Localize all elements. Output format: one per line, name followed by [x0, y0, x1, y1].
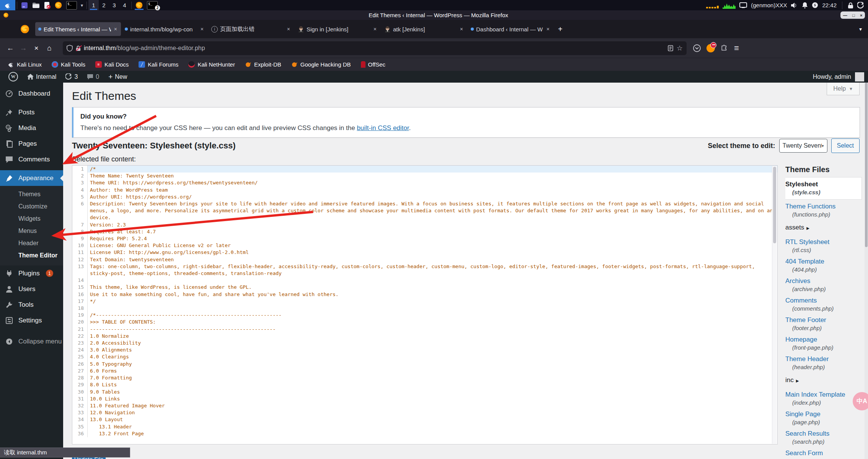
window-controls[interactable]: — □ × [840, 11, 865, 19]
tab-close-icon[interactable]: × [286, 26, 291, 32]
url-bar[interactable]: internal.thm/blog/wp-admin/theme-editor.… [63, 41, 687, 55]
submenu-menus[interactable]: Menus [0, 225, 63, 237]
code-line[interactable]: 15 This theme, like WordPress, is licens… [72, 284, 777, 291]
theme-file-item[interactable]: Archives▶ (archive.php) [785, 277, 862, 294]
bookmark-star-icon[interactable]: ☆ [677, 44, 683, 52]
theme-select-dropdown[interactable]: Twenty Seventeen ▾ [779, 139, 827, 153]
theme-file-item[interactable]: Main Index Template▶ (index.php) [785, 390, 862, 407]
code-line[interactable]: 20 >>> TABLE OF CONTENTS: [72, 319, 777, 326]
submenu-customize[interactable]: Customize [0, 200, 63, 213]
insecure-lock-icon[interactable] [76, 45, 81, 51]
code-line[interactable]: 9 Requires PHP: 5.2.4 [72, 235, 777, 242]
code-line[interactable]: 8 Requires at least: 4.7 [72, 228, 777, 235]
pocket-icon[interactable] [693, 44, 701, 52]
stop-button[interactable]: × [30, 42, 43, 55]
bookmark-ghdb[interactable]: Google Hacking DB [291, 61, 351, 68]
firefox-launcher-button[interactable] [52, 0, 64, 10]
submenu-header[interactable]: Header [0, 237, 63, 249]
window-app-button[interactable] [19, 0, 30, 10]
code-editor[interactable]: 1 /* 2 Theme Name: Twenty Seventeen 3 Th… [72, 165, 778, 444]
code-line[interactable]: 32 11.0 Featured Image Hover [72, 402, 777, 409]
bookmark-kali-forums[interactable]: ╱Kali Forums [139, 61, 178, 68]
browser-tab-jenkins-atk[interactable]: atk [Jenkins] × [381, 22, 467, 36]
code-line[interactable]: 5 Author URI: https://wordpress.org/ [72, 194, 777, 200]
new-tab-button[interactable]: + [554, 25, 566, 34]
url-text[interactable]: internal.thm/blog/wp-admin/theme-editor.… [84, 45, 664, 52]
sidebar-item-settings[interactable]: Settings [0, 313, 63, 328]
sidebar-item-pages[interactable]: Pages [0, 136, 63, 151]
file-manager-button[interactable] [30, 0, 42, 10]
editor-scrollbar-thumb[interactable] [773, 167, 776, 243]
list-all-tabs-icon[interactable]: ▾ [855, 26, 866, 32]
code-line[interactable]: 17 */ [72, 298, 777, 305]
tab-close-icon[interactable]: × [200, 26, 204, 32]
code-line[interactable]: 2 Theme Name: Twenty Seventeen [72, 173, 777, 179]
editor-scrollbar[interactable] [772, 166, 777, 444]
code-line[interactable]: 13 Tags: one-column, two-columns, right-… [72, 263, 777, 277]
sidebar-item-dashboard[interactable]: Dashboard [0, 86, 63, 101]
back-button[interactable]: ← [4, 42, 17, 55]
code-line[interactable]: 29 8.0 Lists [72, 381, 777, 388]
theme-file-item[interactable]: Homepage▶ (front-page.php) [785, 335, 862, 352]
code-line[interactable]: 10 License: GNU General Public License v… [72, 242, 777, 249]
kali-menu-button[interactable] [0, 0, 15, 10]
howdy-account-menu[interactable]: Howdy, admin [813, 73, 851, 80]
clock[interactable]: 22:42 [822, 2, 837, 8]
browser-tab-edit-themes[interactable]: Edit Themes ‹ Internal — W × [35, 22, 121, 36]
code-line[interactable]: 30 9.0 Tables [72, 389, 777, 396]
code-line[interactable]: 14 [72, 277, 777, 284]
tracking-shield-icon[interactable] [67, 45, 73, 52]
taskbar-firefox-window[interactable] [133, 0, 145, 10]
code-line[interactable]: 1 /* [72, 166, 777, 173]
code-line[interactable]: 28 7.0 Formatting [72, 374, 777, 381]
minimize-icon[interactable]: — [843, 13, 847, 18]
theme-file-item[interactable]: Comments▶ (comments.php) [785, 296, 862, 313]
tab-close-icon[interactable]: × [113, 26, 118, 32]
logout-icon[interactable] [857, 2, 864, 9]
wp-logo-menu[interactable]: W [5, 71, 22, 83]
theme-file-item[interactable]: 404 Template▶ (404.php) [785, 257, 862, 274]
theme-file-item[interactable]: Single Page▶ (page.php) [785, 410, 862, 427]
bookmark-exploit-db[interactable]: Exploit-DB [245, 61, 281, 68]
tab-close-icon[interactable]: × [546, 26, 550, 32]
submenu-themes[interactable]: Themes [0, 188, 63, 200]
theme-file-item[interactable]: Theme Functions▶ (functions.php) [785, 202, 862, 219]
theme-file-item[interactable]: inc▶ [785, 374, 862, 388]
code-line[interactable]: 19 /*-----------------------------------… [72, 312, 777, 319]
browser-tab-jenkins-signin[interactable]: Sign in [Jenkins] × [295, 22, 380, 36]
terminal-launcher-button[interactable]: $_ [64, 0, 79, 10]
launcher-dropdown[interactable]: ▾ [79, 0, 85, 10]
workspace-4[interactable]: 4 [119, 0, 130, 10]
avatar[interactable] [855, 72, 864, 81]
sidebar-item-users[interactable]: Users [0, 281, 63, 297]
collapse-menu-button[interactable]: Collapse menu [0, 334, 63, 349]
theme-file-item[interactable]: Search Results▶ (search.php) [785, 429, 862, 446]
page-scrollbar-thumb[interactable] [865, 83, 868, 247]
site-name-menu[interactable]: Internal [23, 71, 60, 83]
code-line[interactable]: 18 [72, 305, 777, 312]
sidebar-item-media[interactable]: Media [0, 120, 63, 136]
volume-icon[interactable] [791, 2, 798, 8]
code-line[interactable]: 26 5.0 Typography [72, 361, 777, 368]
code-line[interactable]: 24 3.0 Alignments [72, 347, 777, 353]
translate-floating-button[interactable]: 中A [853, 392, 868, 410]
hamburger-menu-icon[interactable]: ≡ [734, 43, 739, 53]
sidebar-item-comments[interactable]: Comments [0, 151, 63, 167]
code-line[interactable]: 11 License URI: http://www.gnu.org/licen… [72, 249, 777, 256]
code-line[interactable]: 7 Version: 2.3 [72, 221, 777, 228]
select-theme-button[interactable]: Select [831, 138, 860, 153]
theme-file-item[interactable]: Theme Header▶ (header.php) [785, 355, 862, 372]
code-line[interactable]: 23 2.0 Accessibility [72, 340, 777, 347]
power-manager-icon[interactable] [812, 2, 818, 8]
code-line[interactable]: 4 Author: the WordPress team [72, 187, 777, 194]
code-line[interactable]: 25 4.0 Clearings [72, 353, 777, 360]
sidebar-item-appearance[interactable]: Appearance [0, 170, 63, 186]
forward-button[interactable]: → [17, 42, 30, 55]
workspace-1[interactable]: 1 [88, 0, 99, 10]
code-line[interactable]: 16 Use it to make something cool, have f… [72, 291, 777, 298]
sidebar-item-tools[interactable]: Tools [0, 297, 63, 313]
bookmark-kali-linux[interactable]: Kali Linux [8, 61, 42, 68]
notifications-bell-icon[interactable] [802, 2, 808, 8]
maximize-icon[interactable]: □ [852, 13, 855, 18]
theme-file-item[interactable]: Search Form▶ (searchform.php) [785, 449, 862, 459]
